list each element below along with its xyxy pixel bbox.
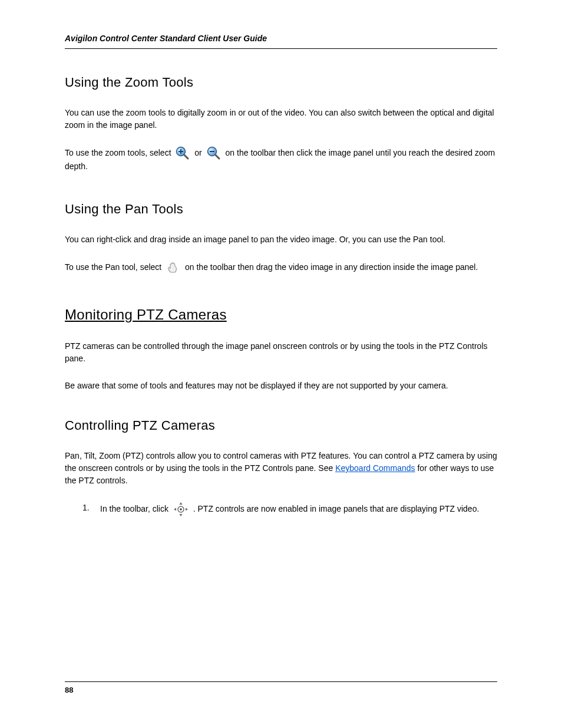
step-number-1: 1.	[82, 502, 90, 514]
keyboard-commands-link[interactable]: Keyboard Commands	[335, 463, 415, 473]
pan-text-a: To use the Pan tool, select	[65, 262, 164, 272]
zoom-out-icon	[207, 146, 221, 160]
zoom-text-a: To use the zoom tools, select	[65, 148, 173, 157]
heading-controlling-ptz-cameras: Controlling PTZ Cameras	[65, 416, 497, 435]
svg-marker-12	[174, 508, 176, 511]
zoom-instruction-paragraph: To use the zoom tools, select or	[65, 146, 497, 173]
heading-using-zoom-tools: Using the Zoom Tools	[65, 73, 497, 92]
svg-line-3	[184, 155, 189, 159]
svg-marker-11	[179, 514, 182, 516]
hand-pan-icon	[166, 261, 180, 275]
step-1-text-a: In the toolbar, click	[100, 504, 171, 513]
heading-monitoring-ptz-cameras: Monitoring PTZ Cameras	[65, 304, 497, 325]
pan-text-b: on the toolbar then drag the video image…	[185, 262, 478, 272]
page-footer: 88	[65, 681, 497, 696]
svg-marker-13	[186, 508, 188, 511]
step-1-text-b: . PTZ controls are now enabled in image …	[193, 504, 480, 513]
ptz-intro-paragraph-2: Be aware that some of tools and features…	[65, 380, 497, 392]
ptz-intro-paragraph: PTZ cameras can be controlled through th…	[65, 340, 497, 365]
zoom-text-b: or	[194, 148, 204, 157]
zoom-intro-paragraph: You can use the zoom tools to digitally …	[65, 107, 497, 131]
heading-using-pan-tools: Using the Pan Tools	[65, 199, 497, 219]
svg-marker-10	[179, 502, 182, 505]
step-1: 1. In the toolbar, click . PTZ controls …	[82, 502, 497, 517]
ptz-control-icon	[173, 502, 189, 517]
zoom-in-icon	[176, 146, 190, 160]
running-header: Avigilon Control Center Standard Client …	[65, 32, 497, 49]
ptz-control-intro-paragraph: Pan, Tilt, Zoom (PTZ) controls allow you…	[65, 450, 497, 487]
ordered-steps: 1. In the toolbar, click . PTZ controls …	[65, 502, 497, 517]
pan-intro-paragraph: You can right-click and drag inside an i…	[65, 233, 497, 246]
svg-line-6	[215, 155, 219, 159]
pan-instruction-paragraph: To use the Pan tool, select on the toolb…	[65, 261, 497, 275]
page-number: 88	[65, 686, 73, 694]
document-page: Avigilon Control Center Standard Client …	[0, 0, 562, 728]
